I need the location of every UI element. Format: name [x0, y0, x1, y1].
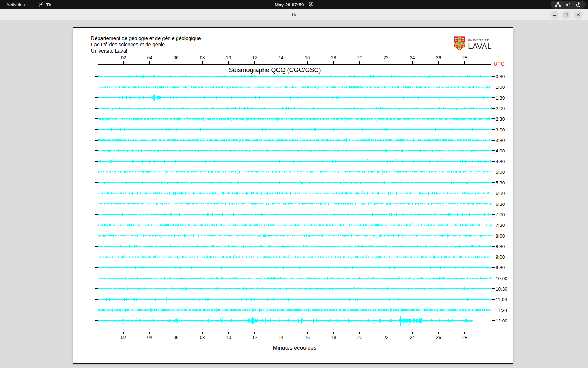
trace-tick: [95, 97, 98, 98]
minimize-button[interactable]: [550, 11, 559, 19]
trace-tick: [492, 320, 495, 321]
gnome-top-bar: Activities Tk May 26 07:59: [0, 0, 588, 9]
trace-time-label: 2:30: [496, 116, 505, 122]
trace-time-label: 0:30: [496, 74, 505, 79]
trace-tick: [95, 204, 98, 204]
app-menu-label: Tk: [46, 2, 51, 7]
x-axis-tick: [123, 61, 124, 64]
trace-tick: [492, 140, 495, 141]
trace-tick: [492, 161, 495, 162]
trace-tick: [95, 246, 98, 247]
x-axis-tick-label: 24: [410, 55, 415, 60]
trace-tick: [95, 236, 98, 236]
trace-time-label: 2:00: [496, 105, 505, 111]
window-title: tk: [292, 12, 296, 18]
x-axis-tick-label: 12: [252, 335, 257, 340]
trace-time-label: 3:00: [496, 127, 505, 132]
trace-tick: [95, 310, 98, 311]
trace-tick: [492, 87, 495, 88]
trace-tick: [95, 161, 98, 162]
x-axis-tick-label: 04: [147, 335, 152, 340]
trace-tick: [492, 214, 495, 215]
app-menu[interactable]: Tk: [38, 2, 51, 8]
x-axis-tick-label: 28: [462, 55, 467, 60]
notifications-off-icon: [308, 2, 313, 8]
system-status-area[interactable]: [551, 1, 586, 9]
trace-tick: [492, 150, 495, 151]
trace-tick: [95, 150, 98, 151]
x-axis-tick: [202, 332, 203, 334]
trace-tick: [492, 108, 495, 109]
close-button[interactable]: [574, 11, 582, 19]
trace-time-label: 4:30: [496, 159, 505, 164]
x-axis-tick-label: 06: [174, 335, 178, 340]
x-axis-tick-label: 22: [384, 335, 388, 340]
clock-label: May 26 07:59: [275, 2, 304, 7]
helicorder-plot: UTC 020204040606080810101212141416161818…: [98, 64, 491, 331]
window-titlebar[interactable]: tk: [0, 9, 588, 20]
utc-axis-label: UTC: [493, 61, 505, 67]
trace-tick: [492, 97, 495, 98]
x-axis-tick-label: 02: [121, 55, 126, 60]
institution-header: Département de géologie et de génie géol…: [91, 35, 201, 54]
x-axis-tick-label: 24: [410, 335, 415, 340]
trace-time-label: 8:30: [496, 244, 505, 249]
x-axis-tick: [464, 61, 465, 64]
x-axis-tick: [149, 332, 150, 334]
trace-time-label: 11:00: [496, 297, 507, 302]
x-axis-tick: [333, 61, 334, 64]
trace-tick: [492, 288, 495, 289]
institution-line: Faculté des sciences et de génie: [91, 41, 201, 48]
trace-tick: [492, 310, 495, 311]
seismogram-traces-canvas: [98, 65, 492, 332]
trace-tick: [95, 193, 98, 194]
x-axis-tick: [149, 61, 150, 64]
x-axis-tick: [123, 332, 124, 334]
activities-button[interactable]: Activities: [6, 2, 25, 7]
logo-wordmark-top: UNIVERSITÉ: [468, 39, 492, 42]
x-axis-tick-label: 26: [436, 335, 441, 340]
trace-tick: [492, 267, 495, 268]
trace-tick: [492, 246, 495, 247]
trace-time-label: 9:00: [496, 254, 505, 260]
trace-tick: [95, 225, 98, 225]
trace-time-label: 4:00: [496, 148, 505, 154]
x-axis-tick-label: 28: [462, 335, 467, 340]
clock-menu[interactable]: May 26 07:59: [275, 2, 313, 8]
network-icon: [555, 2, 561, 7]
x-axis-tick: [333, 332, 334, 334]
x-axis-tick: [386, 332, 386, 334]
x-axis-tick: [359, 332, 360, 334]
trace-time-label: 9:30: [496, 265, 505, 270]
trace-tick: [95, 172, 98, 172]
x-axis-tick-label: 20: [357, 55, 362, 60]
trace-time-label: 1:30: [496, 95, 505, 100]
trace-time-label: 7:30: [496, 223, 505, 228]
x-axis-tick-label: 08: [200, 335, 205, 340]
x-axis-tick: [464, 332, 465, 334]
trace-tick: [95, 76, 98, 77]
trace-tick: [492, 204, 495, 204]
x-axis-tick-label: 10: [226, 55, 231, 60]
trace-tick: [492, 257, 495, 257]
x-axis-tick-label: 22: [384, 55, 388, 60]
x-axis-tick-label: 20: [357, 335, 362, 340]
x-axis-tick: [307, 61, 308, 64]
x-axis-tick: [202, 61, 203, 64]
power-icon: [576, 2, 581, 7]
x-axis-tick-label: 02: [121, 335, 126, 340]
volume-icon: [566, 2, 571, 7]
institution-line: Département de géologie et de génie géol…: [91, 35, 201, 41]
trace-time-label: 7:00: [496, 212, 505, 217]
x-axis-tick-label: 14: [279, 55, 284, 60]
x-axis-tick: [438, 332, 439, 334]
x-axis-tick-label: 18: [331, 55, 336, 60]
trace-time-label: 1:00: [496, 84, 505, 90]
x-axis-tick-label: 06: [174, 55, 178, 60]
x-axis-tick: [228, 332, 229, 334]
x-axis-tick-label: 12: [252, 55, 257, 60]
x-axis-tick: [386, 61, 386, 64]
x-axis-tick-label: 14: [279, 335, 284, 340]
trace-tick: [95, 299, 98, 300]
maximize-button[interactable]: [562, 11, 570, 19]
